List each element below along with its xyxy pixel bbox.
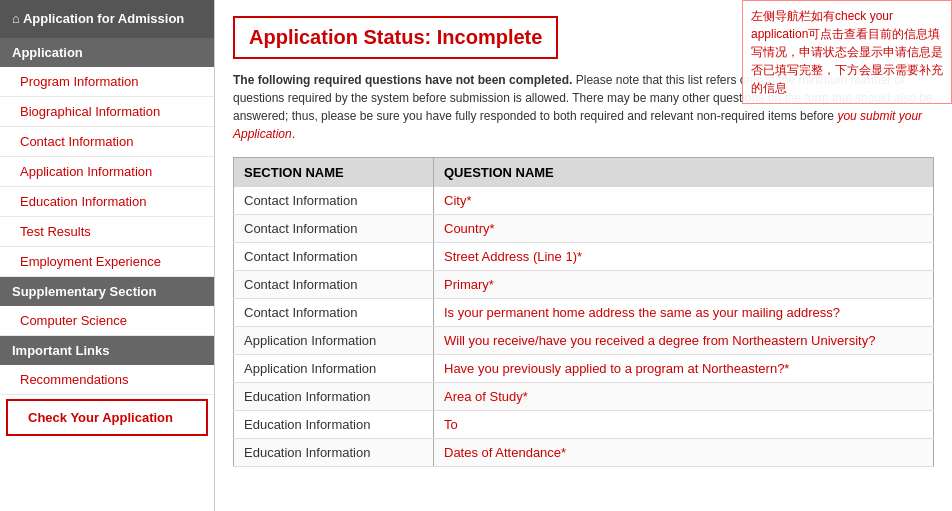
description-end: . (292, 127, 295, 141)
sidebar-item-program-information[interactable]: Program Information (0, 67, 214, 97)
table-row: Application InformationHave you previous… (234, 355, 934, 383)
table-row: Contact InformationStreet Address (Line … (234, 243, 934, 271)
table-cell-question: To (434, 411, 934, 439)
table-row: Contact InformationPrimary* (234, 271, 934, 299)
table-row: Application InformationWill you receive/… (234, 327, 934, 355)
table-cell-section: Application Information (234, 327, 434, 355)
main-content: Application Status: Incomplete The follo… (215, 0, 952, 511)
sidebar-item-education-information[interactable]: Education Information (0, 187, 214, 217)
sidebar-item-recommendations[interactable]: Recommendations (0, 365, 214, 395)
table-cell-question: Country* (434, 215, 934, 243)
sidebar-item-employment-experience[interactable]: Employment Experience (0, 247, 214, 277)
sidebar-item-contact-information[interactable]: Contact Information (0, 127, 214, 157)
table-row: Contact InformationCountry* (234, 215, 934, 243)
status-heading: Application Status: Incomplete (233, 16, 558, 59)
sidebar-item-application-information[interactable]: Application Information (0, 157, 214, 187)
sidebar-section-important-links: Important Links (0, 336, 214, 365)
sidebar-section-supplementary: Supplementary Section (0, 277, 214, 306)
table-cell-question: Area of Study* (434, 383, 934, 411)
sidebar-item-computer-science[interactable]: Computer Science (0, 306, 214, 336)
table-row: Education InformationTo (234, 411, 934, 439)
sidebar-section-application: Application (0, 38, 214, 67)
sidebar-item-test-results[interactable]: Test Results (0, 217, 214, 247)
table-cell-question: Have you previously applied to a program… (434, 355, 934, 383)
col-section-header: SECTION NAME (234, 158, 434, 188)
sidebar-header: ⌂ Application for Admission (0, 0, 214, 38)
table-cell-section: Education Information (234, 411, 434, 439)
sidebar-item-biographical-information[interactable]: Biographical Information (0, 97, 214, 127)
table-cell-section: Education Information (234, 439, 434, 467)
table-cell-question: City* (434, 187, 934, 215)
home-icon: ⌂ (12, 11, 23, 26)
sidebar: ⌂ Application for Admission ApplicationP… (0, 0, 215, 511)
table-cell-section: Contact Information (234, 243, 434, 271)
table-cell-question: Is your permanent home address the same … (434, 299, 934, 327)
table-row: Contact InformationCity* (234, 187, 934, 215)
sidebar-header-label: Application for Admission (23, 11, 184, 26)
col-question-header: QUESTION NAME (434, 158, 934, 188)
table-cell-section: Application Information (234, 355, 434, 383)
table-row: Education InformationDates of Attendance… (234, 439, 934, 467)
annotation-box: 左侧导航栏如有check your application可点击查看目前的信息填… (742, 0, 952, 104)
annotation-text: 左侧导航栏如有check your application可点击查看目前的信息填… (751, 9, 943, 95)
description-bold: The following required questions have no… (233, 73, 572, 87)
table-cell-section: Contact Information (234, 271, 434, 299)
table-cell-question: Dates of Attendance* (434, 439, 934, 467)
sidebar-item-check-application[interactable]: Check Your Application (6, 399, 208, 436)
table-cell-section: Education Information (234, 383, 434, 411)
table-cell-section: Contact Information (234, 215, 434, 243)
incomplete-questions-table: SECTION NAME QUESTION NAME Contact Infor… (233, 157, 934, 467)
table-row: Education InformationArea of Study* (234, 383, 934, 411)
table-body: Contact InformationCity*Contact Informat… (234, 187, 934, 467)
table-cell-section: Contact Information (234, 299, 434, 327)
table-cell-section: Contact Information (234, 187, 434, 215)
sidebar-items: ApplicationProgram InformationBiographic… (0, 38, 214, 440)
table-cell-question: Will you receive/have you received a deg… (434, 327, 934, 355)
table-row: Contact InformationIs your permanent hom… (234, 299, 934, 327)
table-cell-question: Street Address (Line 1)* (434, 243, 934, 271)
table-cell-question: Primary* (434, 271, 934, 299)
